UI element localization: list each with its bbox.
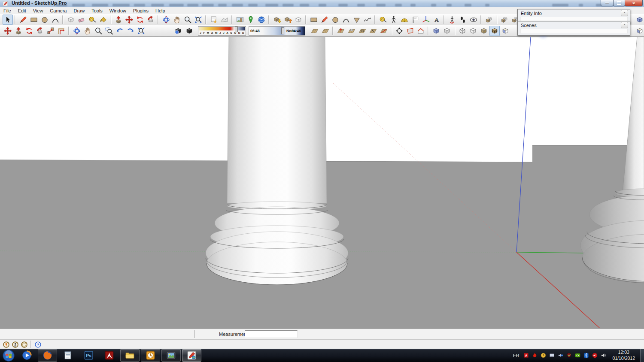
rotate-2-button[interactable] xyxy=(24,26,34,36)
menu-window[interactable]: Window xyxy=(106,8,130,14)
toggle-terrain-button[interactable] xyxy=(219,15,230,25)
circle-button[interactable] xyxy=(39,15,50,25)
audio-device-tray-icon[interactable] xyxy=(557,352,564,359)
google-earth-button[interactable] xyxy=(256,15,267,25)
arc-button[interactable] xyxy=(50,15,61,25)
docked-style-top-button[interactable] xyxy=(635,15,644,25)
flip-edge-button[interactable] xyxy=(379,26,389,36)
maximize-button[interactable] xyxy=(613,0,625,6)
help-icon[interactable]: ? xyxy=(34,341,42,348)
scenes-close-button[interactable]: × xyxy=(621,22,628,28)
windows-media-player-taskbar-button[interactable] xyxy=(17,349,36,362)
zoom-extents-2-button[interactable] xyxy=(136,26,146,36)
firefox-taskbar-button[interactable] xyxy=(38,349,57,362)
line-button[interactable] xyxy=(18,15,28,25)
from-contours-button[interactable] xyxy=(310,26,320,36)
display-settings-tray-icon[interactable] xyxy=(549,352,555,359)
zoom-button[interactable] xyxy=(182,15,193,25)
shadow-toggle-button[interactable] xyxy=(184,26,194,36)
close-button[interactable]: × xyxy=(625,0,643,6)
windows-explorer-taskbar-button[interactable] xyxy=(120,349,140,362)
3d-text-button[interactable]: A xyxy=(431,15,442,25)
rotate-button[interactable] xyxy=(135,15,145,25)
paint-bucket-button[interactable] xyxy=(98,15,108,25)
scale-button[interactable] xyxy=(46,26,56,36)
offset-button[interactable] xyxy=(56,26,67,36)
draw-circle-button[interactable] xyxy=(330,15,340,25)
zoom-extents-button[interactable] xyxy=(193,15,204,25)
tape-measure-button[interactable] xyxy=(87,15,97,25)
scheduler-tray-icon[interactable] xyxy=(540,352,547,359)
notepad-taskbar-button[interactable] xyxy=(58,349,78,362)
outlook-taskbar-button[interactable] xyxy=(141,349,160,362)
pan-2-button[interactable] xyxy=(82,26,93,36)
image-viewer-taskbar-button[interactable] xyxy=(161,349,181,362)
section-plane-button[interactable] xyxy=(405,26,415,36)
drawing-viewport[interactable] xyxy=(0,36,644,329)
menu-camera[interactable]: Camera xyxy=(46,8,70,14)
shadow-date-slider[interactable]: JFMAMJJASOND xyxy=(198,26,246,36)
component-options-button[interactable] xyxy=(293,15,304,25)
taskbar-clock[interactable]: 12:03 01/10/2012 xyxy=(612,350,635,361)
acrobat-reader-taskbar-button[interactable] xyxy=(100,349,119,362)
share-model-button[interactable] xyxy=(283,15,293,25)
hidden-line-button[interactable] xyxy=(468,26,478,36)
credit-attribution-status-icon[interactable] xyxy=(12,341,19,348)
shadow-settings-button[interactable]: i xyxy=(173,26,183,36)
orbit-2-button[interactable] xyxy=(72,26,82,36)
add-location-button[interactable] xyxy=(209,15,219,25)
move-button[interactable] xyxy=(124,15,134,25)
minimize-button[interactable] xyxy=(601,0,614,6)
from-scratch-button[interactable] xyxy=(320,26,331,36)
security-tray-icon[interactable] xyxy=(566,352,572,359)
menu-edit[interactable]: Edit xyxy=(15,8,30,14)
solid-intersect-button[interactable] xyxy=(499,15,510,25)
menu-plugins[interactable]: Plugins xyxy=(130,8,152,14)
show-desktop-button[interactable] xyxy=(640,349,644,362)
outer-shell-button[interactable] xyxy=(484,15,494,25)
previous-button[interactable] xyxy=(115,26,125,36)
follow-me-button[interactable] xyxy=(146,15,156,25)
menu-tools[interactable]: Tools xyxy=(88,8,106,14)
move-2-button[interactable] xyxy=(3,26,13,36)
make-component-button[interactable] xyxy=(66,15,76,25)
comm-audio-tray-icon[interactable] xyxy=(592,352,598,359)
shadow-time-slider[interactable]: 06:43 Noon 04:46 xyxy=(249,26,305,36)
push-pull-2-button[interactable] xyxy=(13,26,24,36)
stamp-button[interactable] xyxy=(346,26,357,36)
protractor-button[interactable] xyxy=(399,15,410,25)
nvidia-tray-icon[interactable] xyxy=(574,352,581,359)
next-button[interactable] xyxy=(125,26,136,36)
menu-help[interactable]: Help xyxy=(152,8,169,14)
sign-in-status-icon[interactable] xyxy=(21,341,28,348)
tape-measure-2-button[interactable] xyxy=(378,15,388,25)
match-photo-button[interactable] xyxy=(246,15,256,25)
wireframe-button[interactable] xyxy=(457,26,468,36)
measurements-input[interactable] xyxy=(245,330,298,338)
follow-me-2-button[interactable] xyxy=(35,26,45,36)
drape-button[interactable] xyxy=(357,26,368,36)
menu-file[interactable]: File xyxy=(0,8,15,14)
zoom-2-button[interactable] xyxy=(93,26,103,36)
geo-location-status-icon[interactable] xyxy=(3,341,10,348)
xray-button[interactable] xyxy=(431,26,441,36)
draw-freehand-button[interactable] xyxy=(362,15,373,25)
draw-polygon-button[interactable] xyxy=(352,15,362,25)
axes-button[interactable] xyxy=(421,15,431,25)
menu-view[interactable]: View xyxy=(30,8,47,14)
shaded-with-textures-button[interactable] xyxy=(489,26,500,36)
photo-textures-button[interactable] xyxy=(235,15,245,25)
look-around-button[interactable] xyxy=(468,15,479,25)
photoshop-taskbar-button[interactable]: Ps xyxy=(79,349,98,362)
start-button[interactable] xyxy=(0,349,17,362)
time-slider-handle[interactable] xyxy=(281,27,284,34)
pan-button[interactable] xyxy=(172,15,182,25)
shaded-button[interactable] xyxy=(479,26,489,36)
get-models-button[interactable] xyxy=(272,15,282,25)
sketchup-taskbar-button[interactable] xyxy=(182,349,201,362)
text-button[interactable] xyxy=(410,15,420,25)
position-camera-button[interactable] xyxy=(447,15,457,25)
back-edges-button[interactable] xyxy=(442,26,452,36)
push-pull-button[interactable] xyxy=(113,15,124,25)
zoom-window-button[interactable] xyxy=(104,26,114,36)
